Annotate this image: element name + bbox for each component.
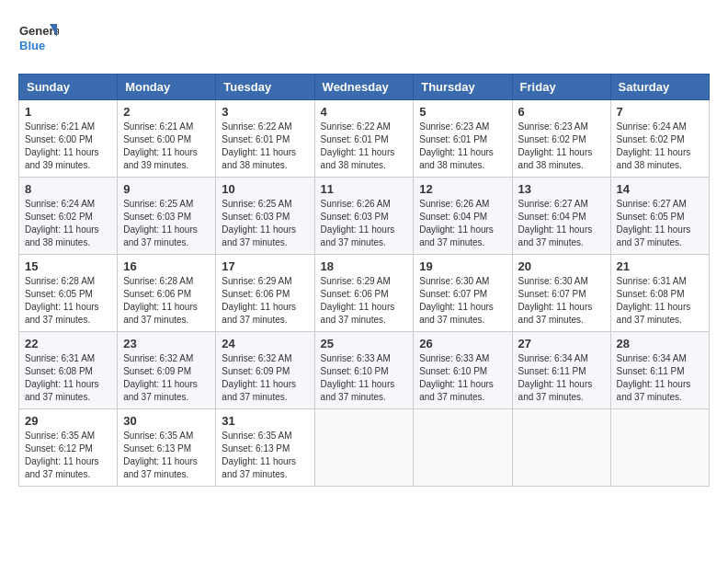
day-number: 27 (518, 337, 605, 350)
calendar-cell (414, 409, 512, 487)
day-info: Sunrise: 6:23 AM Sunset: 6:02 PM Dayligh… (518, 121, 605, 172)
day-info: Sunrise: 6:26 AM Sunset: 6:04 PM Dayligh… (419, 198, 506, 249)
calendar-cell: 1Sunrise: 6:21 AM Sunset: 6:00 PM Daylig… (19, 100, 118, 178)
calendar-week-4: 22Sunrise: 6:31 AM Sunset: 6:08 PM Dayli… (19, 332, 710, 409)
calendar-cell: 19Sunrise: 6:30 AM Sunset: 6:07 PM Dayli… (414, 255, 512, 332)
weekday-header-tuesday: Tuesday (216, 75, 314, 100)
day-info: Sunrise: 6:25 AM Sunset: 6:03 PM Dayligh… (222, 198, 308, 249)
calendar-cell: 23Sunrise: 6:32 AM Sunset: 6:09 PM Dayli… (118, 332, 216, 409)
day-number: 28 (617, 337, 703, 350)
day-number: 5 (419, 105, 506, 119)
day-number: 30 (123, 414, 210, 428)
calendar-cell: 12Sunrise: 6:26 AM Sunset: 6:04 PM Dayli… (414, 178, 512, 255)
calendar-cell (512, 409, 610, 487)
weekday-header-sunday: Sunday (19, 75, 118, 100)
page-header: General Blue (18, 18, 710, 59)
day-number: 14 (617, 182, 703, 196)
day-info: Sunrise: 6:23 AM Sunset: 6:01 PM Dayligh… (419, 121, 506, 172)
calendar-cell: 29Sunrise: 6:35 AM Sunset: 6:12 PM Dayli… (19, 409, 118, 487)
day-info: Sunrise: 6:21 AM Sunset: 6:00 PM Dayligh… (123, 121, 210, 172)
calendar-cell: 6Sunrise: 6:23 AM Sunset: 6:02 PM Daylig… (512, 100, 610, 178)
calendar-cell: 30Sunrise: 6:35 AM Sunset: 6:13 PM Dayli… (118, 409, 216, 487)
day-number: 8 (25, 182, 111, 196)
day-info: Sunrise: 6:25 AM Sunset: 6:03 PM Dayligh… (123, 198, 210, 249)
calendar-cell: 20Sunrise: 6:30 AM Sunset: 6:07 PM Dayli… (512, 255, 610, 332)
calendar-cell: 26Sunrise: 6:33 AM Sunset: 6:10 PM Dayli… (414, 332, 512, 409)
day-info: Sunrise: 6:32 AM Sunset: 6:09 PM Dayligh… (222, 352, 308, 404)
calendar-cell (314, 409, 414, 487)
day-info: Sunrise: 6:35 AM Sunset: 6:13 PM Dayligh… (222, 430, 308, 481)
calendar-week-5: 29Sunrise: 6:35 AM Sunset: 6:12 PM Dayli… (19, 409, 710, 487)
day-number: 2 (123, 105, 210, 119)
calendar-cell: 28Sunrise: 6:34 AM Sunset: 6:11 PM Dayli… (610, 332, 709, 409)
day-number: 25 (321, 337, 408, 350)
calendar-cell: 17Sunrise: 6:29 AM Sunset: 6:06 PM Dayli… (216, 255, 314, 332)
day-info: Sunrise: 6:34 AM Sunset: 6:11 PM Dayligh… (617, 352, 703, 404)
day-number: 29 (25, 414, 111, 428)
day-info: Sunrise: 6:34 AM Sunset: 6:11 PM Dayligh… (518, 352, 605, 404)
day-info: Sunrise: 6:29 AM Sunset: 6:06 PM Dayligh… (222, 275, 308, 327)
weekday-header-wednesday: Wednesday (314, 75, 414, 100)
day-info: Sunrise: 6:33 AM Sunset: 6:10 PM Dayligh… (321, 352, 408, 404)
calendar-cell: 5Sunrise: 6:23 AM Sunset: 6:01 PM Daylig… (414, 100, 512, 178)
logo-svg: General Blue (18, 18, 59, 59)
day-info: Sunrise: 6:27 AM Sunset: 6:04 PM Dayligh… (518, 198, 605, 249)
day-number: 1 (25, 105, 111, 119)
calendar-cell: 7Sunrise: 6:24 AM Sunset: 6:02 PM Daylig… (610, 100, 709, 178)
calendar-cell: 9Sunrise: 6:25 AM Sunset: 6:03 PM Daylig… (118, 178, 216, 255)
calendar-cell: 14Sunrise: 6:27 AM Sunset: 6:05 PM Dayli… (610, 178, 709, 255)
calendar-week-3: 15Sunrise: 6:28 AM Sunset: 6:05 PM Dayli… (19, 255, 710, 332)
day-info: Sunrise: 6:35 AM Sunset: 6:13 PM Dayligh… (123, 430, 210, 481)
weekday-header-thursday: Thursday (414, 75, 512, 100)
day-info: Sunrise: 6:22 AM Sunset: 6:01 PM Dayligh… (321, 121, 408, 172)
day-number: 26 (419, 337, 506, 350)
day-number: 15 (25, 259, 111, 273)
logo: General Blue (18, 18, 59, 59)
weekday-header-monday: Monday (118, 75, 216, 100)
day-info: Sunrise: 6:31 AM Sunset: 6:08 PM Dayligh… (617, 275, 703, 327)
day-number: 22 (25, 337, 111, 350)
calendar-cell: 16Sunrise: 6:28 AM Sunset: 6:06 PM Dayli… (118, 255, 216, 332)
day-info: Sunrise: 6:22 AM Sunset: 6:01 PM Dayligh… (222, 121, 308, 172)
day-info: Sunrise: 6:29 AM Sunset: 6:06 PM Dayligh… (321, 275, 408, 327)
calendar-cell: 10Sunrise: 6:25 AM Sunset: 6:03 PM Dayli… (216, 178, 314, 255)
day-info: Sunrise: 6:35 AM Sunset: 6:12 PM Dayligh… (25, 430, 111, 481)
svg-text:Blue: Blue (19, 39, 45, 52)
day-number: 12 (419, 182, 506, 196)
day-number: 31 (222, 414, 308, 428)
day-info: Sunrise: 6:30 AM Sunset: 6:07 PM Dayligh… (518, 275, 605, 327)
day-info: Sunrise: 6:24 AM Sunset: 6:02 PM Dayligh… (617, 121, 703, 172)
day-number: 9 (123, 182, 210, 196)
day-number: 11 (321, 182, 408, 196)
calendar-cell (610, 409, 709, 487)
weekday-header-friday: Friday (512, 75, 610, 100)
calendar-week-2: 8Sunrise: 6:24 AM Sunset: 6:02 PM Daylig… (19, 178, 710, 255)
day-number: 6 (518, 105, 605, 119)
calendar-cell: 24Sunrise: 6:32 AM Sunset: 6:09 PM Dayli… (216, 332, 314, 409)
day-number: 3 (222, 105, 308, 119)
calendar-cell: 13Sunrise: 6:27 AM Sunset: 6:04 PM Dayli… (512, 178, 610, 255)
day-info: Sunrise: 6:26 AM Sunset: 6:03 PM Dayligh… (321, 198, 408, 249)
calendar-table: SundayMondayTuesdayWednesdayThursdayFrid… (18, 74, 710, 487)
calendar-week-1: 1Sunrise: 6:21 AM Sunset: 6:00 PM Daylig… (19, 100, 710, 178)
day-info: Sunrise: 6:24 AM Sunset: 6:02 PM Dayligh… (25, 198, 111, 249)
day-info: Sunrise: 6:27 AM Sunset: 6:05 PM Dayligh… (617, 198, 703, 249)
calendar-cell: 22Sunrise: 6:31 AM Sunset: 6:08 PM Dayli… (19, 332, 118, 409)
day-info: Sunrise: 6:21 AM Sunset: 6:00 PM Dayligh… (25, 121, 111, 172)
calendar-cell: 25Sunrise: 6:33 AM Sunset: 6:10 PM Dayli… (314, 332, 414, 409)
weekday-header-saturday: Saturday (610, 75, 709, 100)
calendar-cell: 8Sunrise: 6:24 AM Sunset: 6:02 PM Daylig… (19, 178, 118, 255)
day-number: 24 (222, 337, 308, 350)
day-info: Sunrise: 6:28 AM Sunset: 6:06 PM Dayligh… (123, 275, 210, 327)
calendar-cell: 18Sunrise: 6:29 AM Sunset: 6:06 PM Dayli… (314, 255, 414, 332)
calendar-cell: 21Sunrise: 6:31 AM Sunset: 6:08 PM Dayli… (610, 255, 709, 332)
calendar-cell: 15Sunrise: 6:28 AM Sunset: 6:05 PM Dayli… (19, 255, 118, 332)
calendar-cell: 27Sunrise: 6:34 AM Sunset: 6:11 PM Dayli… (512, 332, 610, 409)
calendar-cell: 3Sunrise: 6:22 AM Sunset: 6:01 PM Daylig… (216, 100, 314, 178)
day-number: 20 (518, 259, 605, 273)
day-number: 13 (518, 182, 605, 196)
calendar-cell: 4Sunrise: 6:22 AM Sunset: 6:01 PM Daylig… (314, 100, 414, 178)
day-info: Sunrise: 6:30 AM Sunset: 6:07 PM Dayligh… (419, 275, 506, 327)
day-number: 16 (123, 259, 210, 273)
day-number: 21 (617, 259, 703, 273)
